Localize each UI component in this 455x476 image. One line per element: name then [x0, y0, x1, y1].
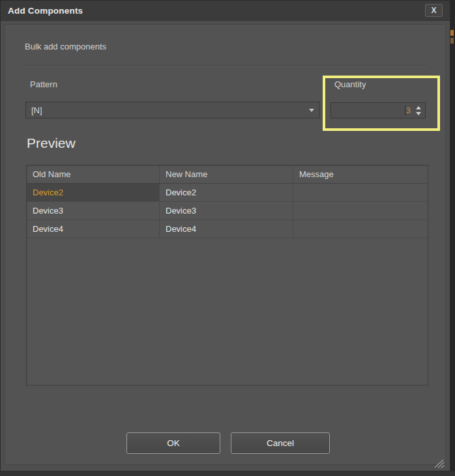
cancel-button[interactable]: Cancel [231, 432, 330, 454]
column-header-new-name: New Name [160, 165, 293, 183]
dialog-title: Add Components [8, 6, 83, 16]
cell-new-name[interactable]: Device4 [160, 220, 293, 238]
dialog-titlebar[interactable]: Add Components X [1, 1, 450, 21]
cell-new-name[interactable]: Device2 [160, 184, 293, 201]
table-row[interactable]: Device3 Device3 [27, 202, 428, 220]
cell-old-name[interactable]: Device2 [27, 184, 160, 201]
divider [25, 65, 428, 66]
cell-message[interactable] [293, 184, 428, 201]
table-row[interactable]: Device2 Device2 [27, 184, 428, 202]
cell-old-name[interactable]: Device3 [27, 202, 160, 219]
quantity-value: 3 [406, 105, 411, 115]
background-icon-fragment [450, 38, 454, 44]
background-bottom-edge [0, 471, 455, 476]
table-row[interactable]: Device4 Device4 [27, 220, 428, 238]
column-header-message: Message [293, 165, 428, 183]
background-icon-fragment [450, 30, 454, 36]
column-header-old-name: Old Name [27, 165, 160, 183]
spin-up-icon[interactable] [416, 106, 421, 109]
cell-message[interactable] [293, 220, 428, 238]
preview-heading: Preview [27, 135, 76, 151]
spin-down-icon[interactable] [416, 112, 421, 115]
close-icon: X [431, 6, 436, 15]
add-components-dialog: Add Components X Bulk add components Pat… [0, 0, 450, 471]
preview-table: Old Name New Name Message Device2 Device… [26, 165, 428, 385]
screen: Add Components X Bulk add components Pat… [0, 0, 455, 476]
cell-old-name[interactable]: Device4 [27, 220, 160, 238]
quantity-label: Quantity [334, 79, 366, 89]
chevron-down-icon [309, 109, 314, 112]
background-app-edge [450, 0, 455, 476]
pattern-dropdown[interactable]: [N] [25, 102, 320, 119]
text-cursor [405, 105, 405, 115]
pattern-value: [N] [31, 105, 42, 115]
pattern-label: Pattern [30, 79, 57, 89]
cell-new-name[interactable]: Device3 [160, 202, 293, 219]
quantity-stepper[interactable] [413, 106, 424, 115]
resize-grip-icon[interactable] [434, 459, 445, 468]
table-header-row: Old Name New Name Message [27, 165, 428, 184]
close-button[interactable]: X [425, 4, 443, 17]
cell-message[interactable] [293, 202, 428, 219]
ok-button[interactable]: OK [126, 432, 220, 454]
dialog-content: Bulk add components Pattern [N] Quantity… [5, 24, 446, 465]
quantity-input[interactable]: 3 [330, 102, 426, 119]
bulk-add-components-label: Bulk add components [25, 42, 106, 51]
